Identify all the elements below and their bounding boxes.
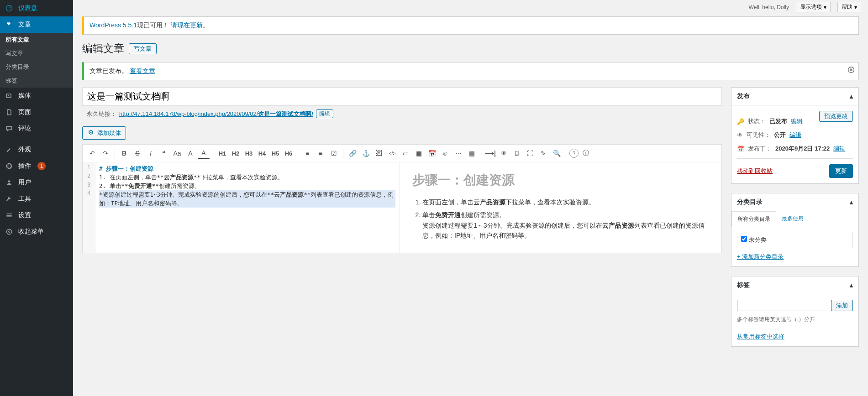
view-post-link[interactable]: 查看文章 [130, 67, 155, 74]
h6-button[interactable]: H6 [283, 147, 295, 159]
add-tag-button[interactable]: 添加 [831, 300, 853, 311]
date-button[interactable]: 📅 [426, 147, 438, 159]
dashboard-icon [5, 4, 14, 13]
update-button[interactable]: 更新 [829, 164, 853, 178]
sidebar-item-tools[interactable]: 工具 [0, 191, 73, 207]
sidebar-sub-all-posts[interactable]: 所有文章 [0, 33, 73, 47]
chevron-up-icon: ▴ [850, 93, 853, 100]
dismiss-notice-button[interactable] [847, 66, 855, 75]
tag-input[interactable] [737, 300, 828, 311]
new-post-button[interactable]: 写文章 [129, 43, 157, 54]
editor-container: ↶ ↷ B S I ❝ Aa A A H1 H2 [82, 144, 722, 253]
sidebar-label: 文章 [18, 21, 31, 29]
sidebar-item-appearance[interactable]: 外观 [0, 141, 73, 158]
h5-button[interactable]: H5 [269, 147, 281, 159]
task-button[interactable]: ☑ [328, 147, 340, 159]
more-button[interactable]: ⋯ [452, 147, 464, 159]
emoji-button[interactable]: ☺ [439, 147, 451, 159]
textsize-button[interactable]: Aa [171, 147, 183, 159]
sidebar-item-pages[interactable]: 页面 [0, 104, 73, 120]
edit-slug-button[interactable]: 编辑 [316, 109, 333, 118]
color-button[interactable]: A [198, 147, 210, 159]
publish-box-toggle[interactable]: 发布 ▴ [731, 88, 858, 105]
sidebar-item-settings[interactable]: 设置 [0, 207, 73, 224]
h1-button[interactable]: H1 [216, 147, 228, 159]
ol-button[interactable]: ≡ [315, 147, 326, 159]
anchor-button[interactable]: ⚓ [360, 147, 372, 159]
toc-button[interactable]: ▤ [466, 147, 478, 159]
redo-button[interactable]: ↷ [100, 147, 111, 159]
clear-button[interactable]: ✎ [537, 147, 549, 159]
edit-visibility-link[interactable]: 编辑 [789, 131, 801, 139]
bar-button[interactable]: ⟶| [484, 147, 496, 159]
choose-popular-tags-link[interactable]: 从常用标签中选择 [737, 333, 784, 340]
sidebar-sub-categories[interactable]: 分类目录 [0, 60, 73, 74]
image-button[interactable]: 🖼 [373, 147, 385, 159]
media-icon [5, 91, 14, 100]
source-editor[interactable]: # 步骤一：创建资源 1. 在页面左侧，单击**云产品资源**下拉菜单，查看本次… [95, 162, 400, 253]
move-to-trash-link[interactable]: 移动到回收站 [737, 167, 773, 175]
strike-button[interactable]: S [132, 147, 143, 159]
category-checkbox-row[interactable]: 未分类 [741, 236, 767, 243]
codeblock-button[interactable]: ▭ [400, 147, 411, 159]
screen-button[interactable]: 🖥 [511, 147, 523, 159]
sidebar-sub-new-post[interactable]: 写文章 [0, 47, 73, 60]
sidebar-label: 媒体 [18, 92, 31, 100]
eye-icon: 👁 [737, 132, 743, 139]
update-now-link[interactable]: 请现在更新 [171, 21, 203, 29]
sidebar-item-comments[interactable]: 评论 [0, 120, 73, 137]
sidebar-collapse[interactable]: 收起菜单 [0, 224, 73, 240]
svg-rect-5 [6, 215, 11, 216]
tags-box-toggle[interactable]: 标签 ▴ [731, 276, 858, 294]
sidebar-item-media[interactable]: 媒体 [0, 88, 73, 104]
expand-button[interactable]: ⛶ [524, 147, 536, 159]
category-checkbox[interactable] [741, 236, 747, 242]
tags-box: 标签 ▴ 添加 多个标签请用英文逗号（,）分开 从常用标签中选择 [731, 276, 859, 347]
post-title-input[interactable] [82, 87, 722, 106]
wp-version-link[interactable]: WordPress 5.5.1 [89, 21, 137, 29]
preview-changes-button[interactable]: 预览更改 [819, 111, 853, 122]
link-button[interactable]: 🔗 [347, 147, 358, 159]
code-button[interactable]: </> [386, 147, 398, 159]
add-category-link[interactable]: + 添加新分类目录 [737, 253, 784, 260]
add-media-button[interactable]: 添加媒体 [82, 126, 126, 140]
sidebar-item-posts[interactable]: 文章 [0, 16, 73, 33]
chevron-down-icon: ▾ [824, 4, 826, 10]
svg-rect-6 [6, 216, 11, 217]
cat-tab-most-used[interactable]: 最多使用 [776, 211, 809, 227]
help-icon-button[interactable]: ? [569, 149, 579, 158]
table-button[interactable]: ▦ [413, 147, 425, 159]
sidebar-item-dashboard[interactable]: 仪表盘 [0, 0, 73, 16]
svg-point-10 [90, 131, 91, 133]
italic-button[interactable]: I [145, 147, 157, 159]
screen-options-button[interactable]: 显示选项 ▾ [796, 2, 831, 12]
preview-button[interactable]: 👁 [498, 147, 510, 159]
quote-button[interactable]: ❝ [158, 147, 170, 159]
h2-button[interactable]: H2 [230, 147, 242, 159]
h4-button[interactable]: H4 [256, 147, 268, 159]
edit-date-link[interactable]: 编辑 [833, 145, 845, 153]
font-button[interactable]: A [184, 147, 196, 159]
edit-status-link[interactable]: 编辑 [791, 117, 803, 125]
h3-button[interactable]: H3 [243, 147, 255, 159]
undo-button[interactable]: ↶ [86, 147, 98, 159]
sidebar-label: 页面 [18, 108, 31, 116]
help-button[interactable]: 帮助 ▾ [837, 2, 861, 12]
search-button[interactable]: 🔍 [551, 147, 563, 159]
sidebar-item-plugins[interactable]: 插件 1 [0, 158, 73, 174]
sidebar-label: 工具 [18, 195, 31, 203]
permalink-label: 永久链接： [87, 110, 116, 118]
pin-icon [5, 20, 14, 29]
admin-sidebar: 仪表盘 文章 所有文章 写文章 分类目录 标签 媒体 页面 评论 外观 [0, 0, 73, 396]
sidebar-sub-tags[interactable]: 标签 [0, 74, 73, 88]
info-button[interactable]: ⓘ [580, 147, 592, 159]
categories-box-toggle[interactable]: 分类目录 ▴ [731, 193, 858, 211]
ul-button[interactable]: ≡ [301, 147, 313, 159]
bold-button[interactable]: B [118, 147, 130, 159]
cat-tab-all[interactable]: 所有分类目录 [731, 211, 776, 227]
sidebar-item-users[interactable]: 用户 [0, 174, 73, 191]
wrench-icon [5, 194, 14, 203]
chevron-up-icon: ▴ [850, 198, 853, 206]
page-icon [5, 108, 14, 117]
permalink-url[interactable]: http://47.114.184.178/wp-blog/index.php/… [119, 110, 313, 118]
